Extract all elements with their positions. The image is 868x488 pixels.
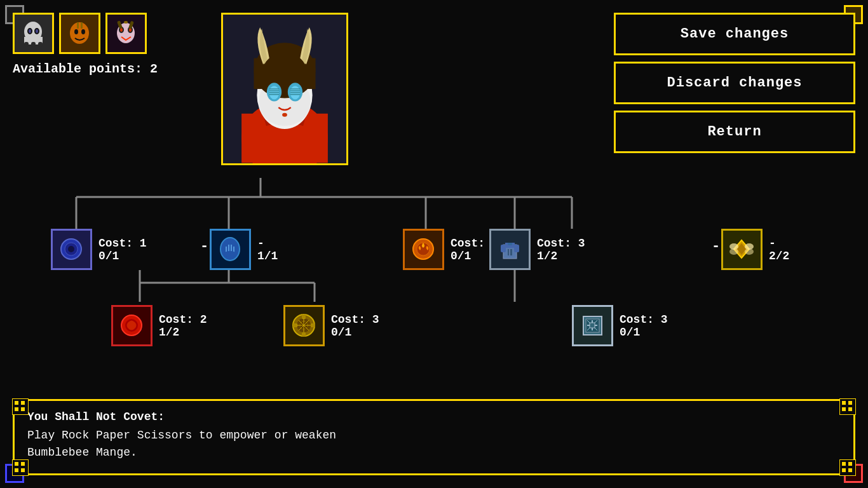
skill-progress-d: 1/2 [537,250,585,262]
svg-rect-127 [842,462,846,466]
skill-tree-section: Cost: 1 0/1 - - [13,178,855,475]
skill-cost-e: - [769,237,789,250]
svg-point-20 [120,28,123,32]
svg-rect-128 [848,462,852,466]
skill-icon-a [51,229,92,270]
skill-info-a: Cost: 1 0/1 [98,237,147,262]
description-box: You Shall Not Covet: Play Rock Paper Sci… [13,399,855,475]
skill-icon-c [403,229,444,270]
svg-rect-113 [21,401,25,405]
svg-point-60 [68,246,74,252]
svg-rect-12 [77,22,79,29]
svg-rect-119 [842,407,846,411]
svg-rect-3 [24,42,29,47]
desc-corner-tl-icon [12,398,29,415]
svg-point-14 [74,29,78,34]
svg-rect-120 [848,407,852,411]
portrait-3[interactable] [105,13,147,54]
skill-progress-g: 0/1 [331,326,379,339]
separator-de: - [712,238,720,254]
svg-rect-75 [514,245,519,252]
skill-cost-a: Cost: 1 [98,237,147,250]
svg-rect-4 [31,42,36,47]
skill-icon-f [111,305,153,346]
svg-point-67 [224,251,236,257]
skill-info-e: - 2/2 [769,237,789,262]
svg-rect-122 [15,462,18,466]
skill-cost-b: - [257,237,278,250]
svg-rect-106 [590,323,595,328]
portrait-large [221,13,348,165]
skill-info-d: Cost: 3 1/2 [537,237,585,262]
svg-rect-111 [12,398,29,415]
svg-rect-129 [842,468,846,472]
description-title: You Shall Not Covet: [27,410,841,423]
svg-point-9 [36,29,38,33]
description-text: Play Rock Paper Scissors to empower or w… [27,427,841,461]
svg-rect-130 [848,468,852,472]
skill-cost-g: Cost: 3 [331,313,379,326]
svg-point-44 [282,113,287,117]
svg-rect-112 [15,401,18,405]
svg-point-8 [29,29,31,33]
main-container: Available points: 2 [13,13,855,475]
portrait-2[interactable] [59,13,100,54]
svg-rect-13 [81,22,83,29]
svg-rect-125 [21,468,25,472]
skill-node-g[interactable]: Cost: 3 0/1 [283,305,379,346]
desc-corner-br-icon [839,459,856,476]
svg-rect-116 [839,398,856,415]
portrait-1[interactable] [13,13,54,54]
skill-progress-h: 0/1 [620,326,668,339]
svg-rect-92 [302,315,306,319]
discard-button[interactable]: Discard changes [614,62,855,104]
skill-node-h[interactable]: Cost: 3 0/1 [572,305,668,346]
svg-rect-74 [501,245,506,252]
skill-icon-d [489,229,531,270]
save-button[interactable]: Save changes [614,13,855,55]
skill-icon-b [210,229,251,270]
return-button[interactable]: Return [614,111,855,153]
desc-corner-tr-icon [839,398,856,415]
svg-point-22 [124,21,128,24]
svg-rect-95 [311,323,315,327]
skill-info-g: Cost: 3 0/1 [331,313,379,339]
skill-node-a[interactable]: Cost: 1 0/1 [51,229,147,270]
svg-rect-93 [302,332,306,337]
skill-progress-e: 2/2 [769,250,789,262]
skill-icon-g [283,305,325,346]
svg-rect-124 [15,468,18,472]
skill-cost-h: Cost: 3 [620,313,668,326]
svg-point-85 [745,248,754,255]
skill-progress-b: 1/1 [257,250,278,262]
skill-node-b[interactable]: - 1/1 [210,229,278,270]
skill-node-e[interactable]: - 2/2 [721,229,789,270]
skill-node-f[interactable]: Cost: 2 1/2 [111,305,207,346]
svg-rect-121 [12,459,29,476]
svg-rect-76 [508,243,512,245]
svg-rect-114 [15,407,18,411]
center-portrait-container [183,13,386,165]
skill-cost-d: Cost: 3 [537,237,585,250]
svg-point-15 [81,29,85,34]
svg-rect-115 [21,407,25,411]
skill-info-h: Cost: 3 0/1 [620,313,668,339]
svg-rect-126 [839,459,856,476]
portraits-section: Available points: 2 [13,13,158,76]
svg-rect-123 [21,462,25,466]
available-points: Available points: 2 [13,62,158,76]
svg-point-84 [729,248,738,255]
svg-rect-117 [842,401,846,405]
separator-ab: - [200,238,208,254]
desc-corner-bl-icon [12,459,29,476]
skill-cost-f: Cost: 2 [159,313,207,326]
skill-progress-a: 0/1 [98,250,147,262]
top-section: Available points: 2 [13,13,855,165]
skill-node-c[interactable]: Cost: 3 0/1 [403,229,499,270]
svg-rect-94 [293,323,297,327]
buttons-section: Save changes Discard changes Return [614,13,855,153]
skill-info-f: Cost: 2 1/2 [159,313,207,339]
svg-rect-5 [38,42,43,47]
skill-node-d[interactable]: Cost: 3 1/2 [489,229,585,270]
skill-progress-f: 1/2 [159,326,207,339]
